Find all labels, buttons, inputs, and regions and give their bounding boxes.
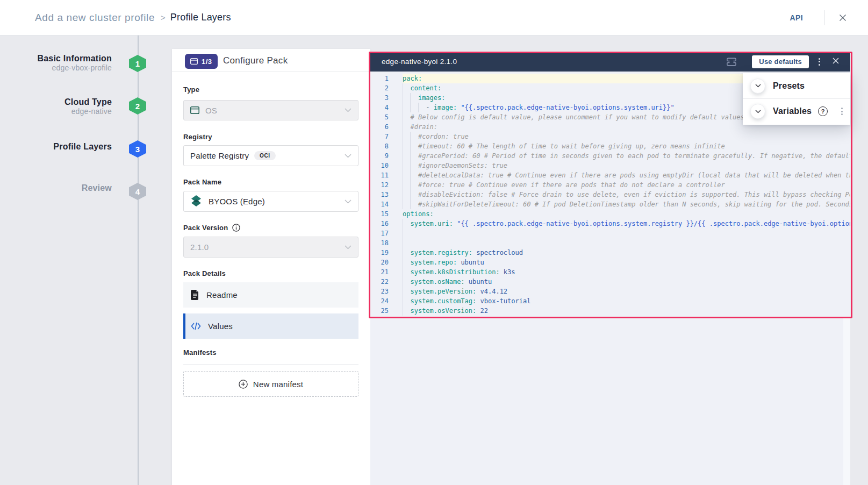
step-title: Basic Information: [0, 54, 112, 63]
help-icon[interactable]: ?: [818, 106, 828, 116]
code-line[interactable]: 25 system.osVersion: 22: [370, 306, 850, 316]
step-basic-information: Basic Information edge-vbox-profile: [0, 54, 112, 72]
configure-pack-header: 1/3 Configure Pack: [172, 49, 370, 72]
pack-step-indicator: 1/3: [185, 54, 218, 69]
variables-label: Variables: [773, 106, 812, 116]
panel-title: Configure Pack: [223, 55, 288, 66]
editor-close-icon[interactable]: [831, 57, 840, 66]
pack-name-label: Pack Name: [183, 178, 221, 186]
values-tab-label: Values: [208, 322, 233, 331]
type-label: Type: [183, 85, 199, 94]
step-badge-3[interactable]: 3: [129, 140, 146, 158]
breadcrumb-separator-icon: >: [161, 13, 166, 22]
new-manifest-button[interactable]: New manifest: [183, 371, 358, 397]
pack-version-value: 2.1.0: [190, 242, 209, 252]
code-line[interactable]: 15options:: [370, 209, 850, 219]
registry-label: Registry: [183, 133, 212, 141]
modal-close-button[interactable]: [838, 13, 848, 23]
modal-header: Add a new cluster profile > Profile Laye…: [0, 0, 868, 35]
diff-view-icon[interactable]: [727, 58, 736, 66]
code-line[interactable]: 7 #cordon: true: [370, 132, 850, 141]
step-title: Profile Layers: [0, 142, 112, 152]
chevron-down-icon: [345, 108, 351, 112]
variables-expand-button[interactable]: [750, 104, 765, 119]
step-title: Review: [0, 183, 112, 193]
presets-label: Presets: [773, 81, 805, 91]
step-badge-1[interactable]: 1: [129, 55, 146, 72]
code-line[interactable]: 13 #disableEviction: false # Force drain…: [370, 190, 850, 199]
header-divider: [824, 10, 825, 25]
step-review: Review: [0, 183, 112, 193]
manifests-divider: [183, 365, 358, 365]
code-line[interactable]: 9 #gracePeriod: 60 # Period of time in s…: [370, 151, 850, 161]
variables-menu-icon[interactable]: [840, 106, 844, 116]
window-icon: [190, 58, 198, 65]
type-select[interactable]: OS: [183, 100, 358, 120]
readme-tab-label: Readme: [206, 290, 238, 299]
header-actions: API: [790, 10, 868, 25]
editor-scrollbar[interactable]: [843, 318, 850, 485]
code-line[interactable]: 12 #force: true # Continue even if there…: [370, 180, 850, 190]
pack-version-label: Pack Version: [183, 224, 240, 232]
code-line[interactable]: 11 #deleteLocalData: true # Continue eve…: [370, 170, 850, 180]
editor-title: edge-native-byoi 2.1.0: [382, 58, 457, 66]
step-subtitle: edge-vbox-profile: [0, 63, 112, 72]
chevron-down-icon: [345, 154, 351, 158]
editor-actions: Use defaults: [727, 55, 840, 68]
step-cloud-type: Cloud Type edge-native: [0, 97, 112, 116]
presets-expand-button[interactable]: [750, 79, 765, 94]
code-icon: [191, 322, 201, 330]
configure-pack-panel: 1/3 Configure Pack Type OS Registry Pale…: [172, 49, 370, 485]
byoos-pack-icon: [190, 195, 202, 209]
info-icon: [232, 224, 240, 232]
close-icon: [838, 13, 847, 22]
pack-version-select[interactable]: 2.1.0: [183, 237, 358, 258]
step-subtitle: edge-native: [0, 107, 112, 116]
editor-menu-icon[interactable]: [817, 57, 821, 67]
code-line[interactable]: 16 system.uri: "{{ .spectro.pack.edge-na…: [370, 219, 850, 229]
type-value: OS: [205, 106, 217, 115]
pack-name-select[interactable]: BYOOS (Edge): [183, 191, 358, 212]
use-defaults-button[interactable]: Use defaults: [752, 55, 809, 68]
code-line[interactable]: 24 system.customTag: vbox-tutorial: [370, 296, 850, 306]
step-profile-layers: Profile Layers: [0, 142, 112, 152]
pack-details-label: Pack Details: [183, 269, 226, 277]
api-button[interactable]: API: [790, 13, 803, 22]
pack-version-label-text: Pack Version: [183, 224, 228, 232]
presets-variables-popover: Presets Variables ?: [743, 73, 850, 125]
editor-header: edge-native-byoi 2.1.0 Use defaults: [370, 52, 850, 72]
breadcrumb-current: Profile Layers: [170, 12, 231, 23]
breadcrumb-parent[interactable]: Add a new cluster profile: [35, 12, 155, 24]
step-badge-4[interactable]: 4: [129, 183, 146, 200]
registry-value: Palette Registry: [190, 151, 249, 160]
code-line[interactable]: 22 system.osName: ubuntu: [370, 277, 850, 287]
yaml-code-area[interactable]: 1pack:2 content:3 images:4 - image: "{{.…: [370, 72, 850, 485]
oci-badge: OCI: [254, 151, 276, 160]
chevron-down-icon: [755, 84, 761, 88]
registry-select[interactable]: Palette Registry OCI: [183, 145, 358, 166]
values-tab[interactable]: Values: [183, 313, 358, 339]
code-line[interactable]: 8 #timeout: 60 # The length of time to w…: [370, 141, 850, 151]
chevron-down-icon: [345, 245, 351, 249]
code-line[interactable]: 14 #skipWaitForDeleteTimeout: 60 # If po…: [370, 199, 850, 209]
os-icon: [190, 106, 199, 114]
presets-row[interactable]: Presets: [743, 73, 850, 98]
manifests-label: Manifests: [183, 348, 217, 356]
step-title: Cloud Type: [0, 97, 112, 107]
chevron-down-icon: [755, 110, 761, 113]
document-icon: [191, 290, 199, 300]
variables-row[interactable]: Variables ?: [743, 98, 850, 124]
chevron-down-icon: [345, 199, 351, 204]
code-line[interactable]: 17: [370, 229, 850, 238]
new-manifest-label: New manifest: [253, 380, 303, 389]
code-line[interactable]: 10 #ignoreDaemonSets: true: [370, 161, 850, 170]
code-line[interactable]: 20 system.repo: ubuntu: [370, 258, 850, 267]
plus-circle-icon: [239, 380, 248, 389]
code-line[interactable]: 21 system.k8sDistribution: k3s: [370, 267, 850, 277]
code-line[interactable]: 18: [370, 238, 850, 248]
step-badge-2[interactable]: 2: [129, 97, 146, 115]
pack-name-value: BYOOS (Edge): [209, 197, 265, 206]
code-line[interactable]: 19 system.registry: spectrocloud: [370, 248, 850, 258]
code-line[interactable]: 23 system.peVersion: v4.4.12: [370, 287, 850, 296]
readme-tab[interactable]: Readme: [183, 282, 358, 308]
